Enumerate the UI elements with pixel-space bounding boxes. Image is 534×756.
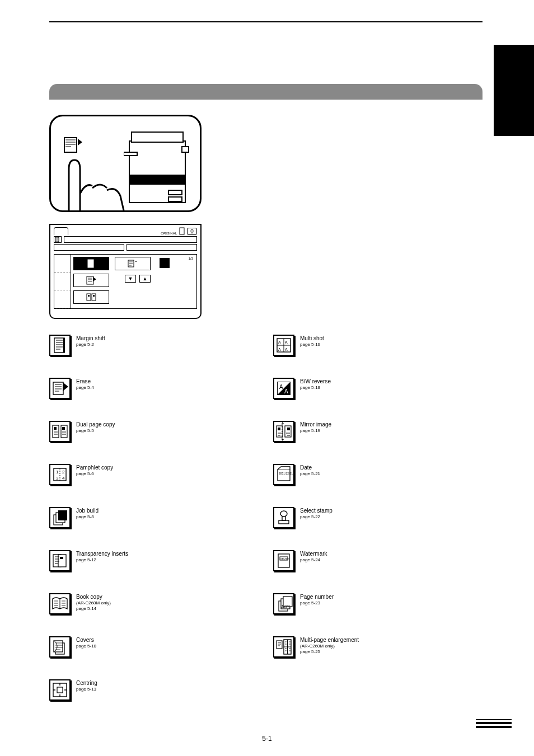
panel-cell-margin[interactable] <box>73 257 109 270</box>
bw-reverse-icon: AA <box>273 378 294 399</box>
feature-name: Date <box>300 464 320 471</box>
svg-rect-34 <box>58 555 66 567</box>
svg-text:A: A <box>284 388 288 395</box>
feature-erase: Erase page 5-4 <box>49 378 268 421</box>
feature-stamp: Select stamp page 5-22 <box>273 507 491 550</box>
feature-page: page 5-25 <box>300 649 359 654</box>
panel-original-label: ORIGINAL <box>161 232 177 235</box>
svg-rect-32 <box>58 510 67 520</box>
feature-page: page 5-10 <box>76 644 96 649</box>
book-copy-icon <box>49 593 71 614</box>
svg-rect-8 <box>180 228 184 234</box>
section-title-bar <box>49 84 483 100</box>
multi-shot-icon: AAAA <box>273 335 294 356</box>
svg-rect-12 <box>87 294 91 300</box>
feature-dual-page-copy: Dual page copy page 5-5 <box>49 421 268 464</box>
panel-cell-dual[interactable] <box>73 290 109 304</box>
feature-page: page 5-14 <box>76 606 111 611</box>
feature-desc: (AR-C260M only) <box>76 600 111 605</box>
mirror-image-icon <box>273 421 294 442</box>
svg-rect-2 <box>132 132 183 142</box>
feature-pamphlet-copy: 1234 Pamphlet copy page 5-6 <box>49 464 268 507</box>
panel-modes-btn[interactable] <box>127 244 197 251</box>
svg-rect-59 <box>278 554 289 567</box>
svg-rect-4 <box>168 190 182 195</box>
panel-auto-btn[interactable] <box>54 244 124 251</box>
svg-text:2001/12/31: 2001/12/31 <box>279 472 293 475</box>
panel-tab-colour[interactable] <box>54 255 71 273</box>
svg-text:2: 2 <box>62 469 65 475</box>
feature-page: page 5-23 <box>300 600 334 605</box>
feature-page: page 5-19 <box>300 428 331 433</box>
svg-rect-15 <box>93 295 95 297</box>
panel-copies-count: 0 <box>187 228 197 235</box>
feature-page-number: 1234 Page number page 5-23 <box>273 593 491 636</box>
panel-cell-pamphlet[interactable] <box>115 257 151 270</box>
feature-name: Dual page copy <box>76 421 115 428</box>
panel-special-modes-grid: ▼ ▲ 1/3 <box>54 254 197 309</box>
feature-transparency-inserts: Transparency inserts page 5-12 <box>49 550 268 593</box>
panel-scroll-down[interactable]: ▼ <box>125 275 136 283</box>
erase-icon <box>49 378 71 399</box>
touch-panel-special-modes: ORIGINAL 0 <box>49 224 202 319</box>
transparency-inserts-icon <box>49 550 71 571</box>
svg-rect-22 <box>54 427 57 430</box>
feature-page: page 5-4 <box>76 385 94 390</box>
svg-rect-54 <box>278 469 290 481</box>
svg-rect-18 <box>63 338 65 353</box>
svg-rect-52 <box>278 428 280 430</box>
feature-page: page 5-13 <box>76 687 97 692</box>
feature-page: page 5-24 <box>300 557 327 562</box>
chapter-side-tab <box>494 45 534 136</box>
dual-page-copy-icon <box>49 421 71 442</box>
date-icon: 2001/12/31 <box>273 464 294 485</box>
page-number-icon: 1234 <box>273 593 294 614</box>
feature-multi-page-enlargement: Multi-page enlargement (AR-C260M only) p… <box>273 636 491 679</box>
svg-text:A: A <box>285 340 288 344</box>
feature-name: Centring <box>76 680 97 686</box>
svg-rect-35 <box>60 557 63 559</box>
page-number: 5-1 <box>0 735 534 743</box>
svg-rect-1 <box>129 175 185 185</box>
svg-rect-56 <box>279 520 289 524</box>
feature-page: page 5-16 <box>300 342 324 347</box>
panel-ready-bar <box>64 236 197 243</box>
hand-pointer-icon <box>58 132 136 210</box>
feature-name: Erase <box>76 378 94 384</box>
feature-job-build: Job build page 5-8 <box>49 507 268 550</box>
panel-tab-image[interactable] <box>54 273 71 290</box>
svg-text:3: 3 <box>56 476 59 481</box>
feature-name: Select stamp <box>300 508 332 514</box>
feature-covers: Covers page 5-10 <box>49 636 268 679</box>
feature-page: page 5-22 <box>300 514 332 519</box>
panel-cell-erase[interactable] <box>73 274 109 287</box>
feature-name: Job build <box>76 508 99 514</box>
feature-name: Margin shift <box>76 335 105 341</box>
original-page-icon <box>179 227 185 235</box>
feature-page: page 5-21 <box>300 471 320 476</box>
feature-desc: (AR-C260M only) <box>300 644 359 649</box>
feature-page: page 5-12 <box>76 557 128 562</box>
feature-column-left: Margin shift page 5-2 Erase page 5-4 Dua… <box>49 335 268 722</box>
centring-icon <box>49 679 71 701</box>
multi-page-enlargement-icon <box>273 636 294 658</box>
svg-text:4: 4 <box>62 476 65 481</box>
feature-name: Watermark <box>300 551 327 557</box>
svg-rect-5 <box>168 197 182 201</box>
svg-rect-13 <box>92 294 96 300</box>
svg-rect-14 <box>88 295 90 297</box>
feature-name: Covers <box>76 637 96 643</box>
feature-page: page 5-6 <box>76 471 113 476</box>
feature-name: Multi-page enlargement <box>300 637 359 643</box>
panel-tab-stamp[interactable] <box>54 290 71 308</box>
panel-scroll-up[interactable]: ▲ <box>139 275 151 283</box>
svg-text:1: 1 <box>56 469 59 475</box>
feature-mirror-image: Mirror image page 5-19 <box>273 421 491 464</box>
svg-text:A: A <box>279 384 283 390</box>
panel-page-indicator: 1/3 <box>189 257 193 260</box>
feature-name: Page number <box>300 594 334 600</box>
svg-text:SECRET: SECRET <box>280 557 290 560</box>
feature-book-copy: Book copy (AR-C260M only) page 5-14 <box>49 593 268 636</box>
svg-rect-37 <box>54 641 63 652</box>
covers-icon <box>49 636 71 658</box>
